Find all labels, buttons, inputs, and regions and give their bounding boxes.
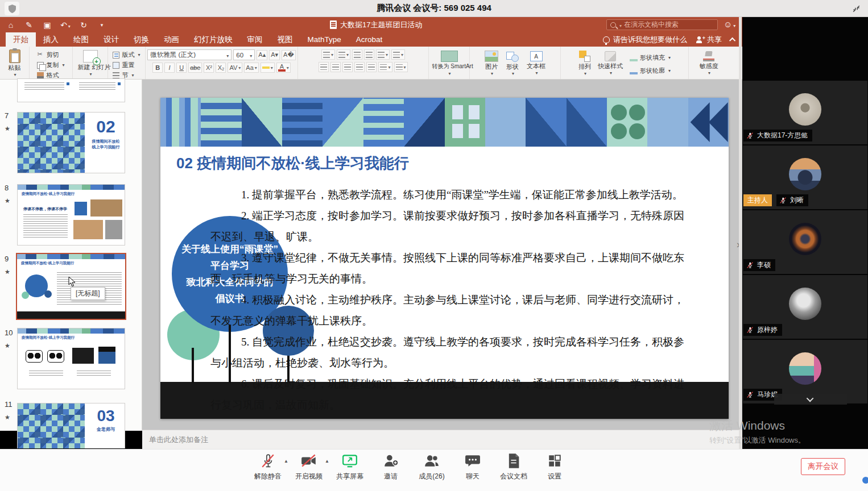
italic-button[interactable]: I [164, 63, 175, 73]
reset-button[interactable]: 重置 [113, 61, 134, 69]
shape-fill-button[interactable]: 形状填充 [630, 53, 671, 62]
arrange-button[interactable]: 排列 [578, 51, 591, 76]
superscript-button[interactable]: X² [204, 63, 214, 73]
text-direction-button[interactable] [378, 62, 392, 72]
bullets-button[interactable] [321, 49, 335, 60]
share-button[interactable]: + 共享 [696, 35, 722, 45]
search-input[interactable]: 在演示文稿中搜索 [606, 19, 718, 30]
feedback-smiley-icon[interactable]: ☺ [724, 19, 735, 29]
leave-meeting-button[interactable]: 离开会议 [801, 458, 845, 475]
underline-button[interactable]: U [176, 63, 187, 73]
tab-transitions[interactable]: 切换 [126, 32, 156, 47]
quick-styles-button[interactable]: 快速样式 [598, 51, 623, 76]
tab-animations[interactable]: 动画 [156, 32, 187, 47]
tab-insert[interactable]: 插入 [36, 32, 66, 47]
slide-canvas-area[interactable]: 02 疫情期间不放松·线上学习我能行 1. 提前掌握平台，熟悉教学流程。练习使用… [142, 80, 742, 431]
tab-draw[interactable]: 绘图 [66, 32, 96, 47]
font-size-select[interactable]: 60 [233, 49, 255, 60]
thumbnail-slide-6-partial[interactable] [17, 78, 125, 102]
current-slide[interactable]: 02 疫情期间不放松·线上学习我能行 1. 提前掌握平台，熟悉教学流程。练习使用… [160, 98, 729, 419]
window-resize-icon[interactable] [850, 3, 862, 14]
convert-smartart-button[interactable]: 转换为 SmartArt [432, 51, 466, 76]
subscript-button[interactable]: X₂ [216, 63, 226, 73]
character-spacing-button[interactable]: AV [228, 63, 242, 73]
unmute-button[interactable]: 解除静音 [254, 453, 282, 481]
decrease-indent-button[interactable] [352, 49, 362, 60]
undo-icon[interactable]: ↶ [60, 20, 71, 30]
tab-home[interactable]: 开始 [6, 32, 36, 47]
meeting-docs-button[interactable]: 会议文档 [500, 453, 527, 481]
numbering-button[interactable] [337, 49, 350, 60]
layout-button[interactable]: 版式 [113, 51, 140, 59]
align-text-button[interactable] [394, 62, 408, 72]
invite-button[interactable]: 邀请 [377, 453, 404, 481]
justify-button[interactable] [354, 62, 365, 72]
cut-button[interactable]: 剪切 [37, 51, 59, 59]
picture-button[interactable]: 图片 [485, 51, 498, 76]
thumbnail-slide-11[interactable]: 03 金老师与 [17, 403, 125, 448]
decrease-font-button[interactable]: A▾ [269, 50, 280, 60]
shapes-button[interactable]: 形状 [506, 51, 519, 76]
mic-options-caret-icon[interactable] [284, 459, 288, 464]
align-right-button[interactable] [342, 62, 353, 72]
change-case-button[interactable]: Aa [244, 63, 258, 73]
panel-divider[interactable] [739, 17, 742, 449]
collapse-ribbon-icon[interactable] [729, 37, 735, 43]
slide-body-text: 1. 提前掌握平台，熟悉教学流程。练习使用“雨课堂”学生端，保证能正常参加线上教… [210, 184, 700, 415]
video-options-caret-icon[interactable] [325, 459, 329, 464]
mouse-cursor [68, 276, 76, 290]
thumbnail-slide-8[interactable]: 疫情期间不放松·线上学习我能行 停课不停教，停课不停学 [17, 184, 125, 246]
highlight-color-button[interactable] [261, 63, 275, 73]
tab-view[interactable]: 视图 [270, 32, 300, 47]
tab-review[interactable]: 审阅 [240, 32, 270, 47]
video-tile[interactable]: 原梓婷 [743, 275, 867, 339]
tab-mathtype[interactable]: MathType [300, 32, 349, 47]
bold-button[interactable]: B [152, 63, 163, 73]
copy-button[interactable]: 复制 [37, 61, 64, 69]
collapse-participants-button[interactable] [774, 394, 847, 405]
textbox-icon: A [530, 51, 543, 61]
increase-font-button[interactable]: A▴ [257, 50, 267, 60]
animation-star-icon [5, 414, 10, 421]
textbox-button[interactable]: A文本框 [527, 51, 545, 76]
paste-button[interactable]: 粘贴 [9, 49, 21, 77]
tell-me-button[interactable]: 请告诉我您想要做什么 [603, 35, 687, 45]
columns-button[interactable] [391, 49, 405, 60]
clear-formatting-button[interactable]: A� [282, 50, 296, 60]
muted-mic-icon [746, 391, 754, 398]
save-icon[interactable]: ▣ [42, 20, 52, 30]
font-color-button[interactable]: A [276, 63, 291, 73]
shape-outline-button[interactable]: 形状轮廓 [630, 66, 671, 75]
new-slide-button[interactable]: 新建 幻灯片 [78, 50, 103, 77]
line-spacing-button[interactable] [376, 49, 390, 60]
tab-design[interactable]: 设计 [96, 32, 126, 47]
invite-person-icon [383, 453, 399, 469]
qat-overflow-icon[interactable]: ▾ [97, 22, 107, 28]
sensitivity-button[interactable]: 敏感度 [700, 51, 718, 76]
notes-pane[interactable]: 单击此处添加备注 [142, 430, 742, 449]
strikethrough-button[interactable]: abe [188, 63, 202, 73]
start-video-button[interactable]: 开启视频 [295, 453, 323, 481]
tab-acrobat[interactable]: Acrobat [349, 32, 390, 47]
share-screen-button[interactable]: 共享屏幕 [336, 453, 363, 481]
members-button[interactable]: 成员(26) [418, 453, 445, 481]
redo-icon[interactable]: ↻ [78, 20, 89, 30]
format-painter-icon [37, 72, 44, 79]
video-tile[interactable]: 大数据17-方思懿 [743, 81, 867, 144]
edit-icon[interactable]: ✎ [24, 20, 34, 30]
video-tile[interactable]: 主持人 刘晰 [743, 145, 867, 209]
thumbnail-slide-7[interactable]: 02 疫情期间不放松 线上学习我能行 [17, 112, 125, 173]
align-center-button[interactable] [330, 62, 341, 72]
video-tile[interactable]: 李硕 [743, 210, 867, 274]
home-icon[interactable]: ⌂ [6, 20, 16, 30]
chat-button[interactable]: 聊天 [459, 453, 486, 481]
security-shield-icon[interactable] [5, 2, 19, 15]
increase-indent-button[interactable] [364, 49, 374, 60]
thumbnail-slide-10[interactable]: 疫情期间不放松·线上学习我能行 [17, 328, 125, 389]
align-left-button[interactable] [319, 62, 329, 72]
tab-slideshow[interactable]: 幻灯片放映 [187, 32, 240, 47]
settings-button[interactable]: 设置 [541, 453, 568, 481]
font-name-select[interactable]: 微软雅黑 (正文) [147, 49, 232, 60]
video-tile[interactable]: 马珍妮 [743, 340, 867, 403]
distribute-button[interactable] [366, 62, 377, 72]
